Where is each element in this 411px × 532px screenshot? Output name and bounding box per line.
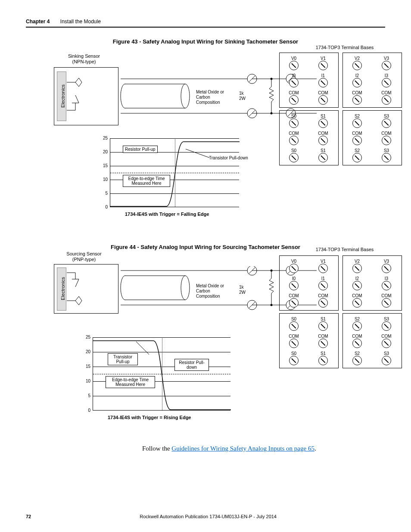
terminal-cell: I1 [314,73,333,88]
anno-pulldown: Transistor Pull-down [209,156,248,161]
terminal-circle-icon [382,321,391,331]
terminal-cell: COM [348,293,367,308]
terminal-cell: S0 [284,114,303,129]
terminal-circle-icon [382,356,391,365]
terminal-title-44: 1734-TOP3 Terminal Bases [293,247,396,252]
terminal-cell: S1 [314,114,333,129]
terminal-cell: COM [284,131,303,146]
terminal-cell: COM [377,293,396,308]
terminal-cell: S3 [377,114,396,129]
terminal-cell: V0 [284,56,303,71]
chart-caption-44: 1734-IE4S with Trigger = Rising Edge [108,415,191,420]
svg-point-7 [181,84,190,108]
terminal-circle-icon [289,118,299,128]
terminal-label: S3 [377,317,396,321]
ytick-10: 10 [99,177,108,182]
terminal-label: V3 [377,259,396,264]
terminal-cell: I2 [348,73,367,88]
svg-line-26 [186,149,209,158]
footer: 72 Rockwell Automation Publication 1734-… [26,514,385,519]
figure43-caption: Figure 43 - Safety Analog Input Wiring f… [26,38,385,45]
terminal-cell: S3 [377,351,396,366]
terminal-circle-icon [289,339,299,348]
svg-point-42 [247,300,257,310]
anno-rpull-44: Resistor Pull-down [174,359,209,371]
terminal-circle-icon [382,339,391,348]
terminal-circle-icon [352,136,362,145]
sensor-type-label: Sinking Sensor (NPN-type) [58,53,110,65]
svg-line-43 [249,302,255,308]
terminal-cell: I3 [377,73,396,88]
terminal-cell: I0 [284,73,303,88]
terminal-cell: S2 [348,317,367,332]
terminal-cell: COM [377,131,396,146]
terminal-circle-icon [289,281,299,290]
terminal-cell: V0 [284,259,303,274]
terminal-cell: V3 [377,259,396,274]
publication-info: Rockwell Automation Publication 1734-UM0… [26,514,385,519]
terminal-circle-icon [382,298,391,308]
terminal-label: COM [314,293,333,298]
resistor-value: 1k 2W [239,91,246,101]
terminal-label: I2 [348,73,367,78]
terminal-label: S3 [377,114,396,118]
terminal-label: I0 [284,276,303,281]
electronics-box: Electronics [57,72,66,121]
terminal-cell: S0 [284,351,303,366]
ytick-25: 25 [99,136,108,140]
terminal-circle-icon [352,61,362,70]
terminal-label: I1 [314,276,333,281]
terminal-circle-icon [382,136,391,145]
guidelines-link[interactable]: Guidelines for Wiring Safety Analog Inpu… [171,445,314,452]
terminal-circle-icon [318,321,328,331]
terminal-circle-icon [289,321,299,331]
terminal-circle-icon [318,356,328,365]
terminal-circle-icon [352,339,362,348]
terminal-circle-icon [352,356,362,365]
terminal-circle-icon [352,321,362,331]
terminal-circle-icon [289,136,299,145]
terminal-label: COM [314,90,333,95]
terminal-label: I3 [377,276,396,281]
terminal-label: S1 [314,351,333,356]
terminal-circle-icon [352,118,362,128]
svg-point-22 [271,78,273,80]
chart-44: 25 20 15 10 5 0 TransistorPull-up Resist… [82,337,241,428]
terminal-label: V1 [314,56,333,61]
terminal-cell: COM [284,334,303,349]
terminal-label: COM [284,293,303,298]
terminal-label: COM [377,293,396,298]
sensor44-l1: Sourcing Sensor [66,251,101,256]
svg-point-15 [247,109,257,118]
terminal-circle-icon [289,298,299,308]
svg-point-30 [121,276,129,300]
sensor-type-label-44: Sourcing Sensor (PNP-type) [58,251,110,262]
terminal-label: S1 [314,148,333,153]
terminal-cell: S0 [284,148,303,163]
figure44-diagram: Sourcing Sensor (PNP-type) Electronics [26,255,385,436]
terminal-cell: S2 [348,148,367,163]
figure43-diagram: Sinking Sensor (NPN-type) Electronics [26,50,385,231]
svg-point-34 [181,276,190,300]
terminal-label: COM [284,334,303,339]
terminal-circle-icon [289,78,299,87]
terminal-circle-icon [382,61,391,70]
chart-curve-44 [93,337,231,411]
terminal-label: V3 [377,56,396,61]
svg-line-53 [136,342,149,355]
terminal-circle-icon [382,95,391,105]
terminal-circle-icon [318,339,328,348]
terminal-label: I3 [377,73,396,78]
terminal-cell: COM [348,334,367,349]
terminal-circle-icon [382,153,391,162]
terminal-cell: COM [284,90,303,106]
anno-pullup: Resistor Pull-up [123,146,158,153]
svg-point-3 [121,84,129,108]
svg-line-37 [249,268,255,274]
terminal-label: COM [284,90,303,95]
svg-line-10 [249,76,255,82]
terminal-circle-icon [352,298,362,308]
terminal-cell: COM [314,131,333,146]
terminal-circle-icon [318,264,328,273]
terminal-label: COM [314,334,333,339]
